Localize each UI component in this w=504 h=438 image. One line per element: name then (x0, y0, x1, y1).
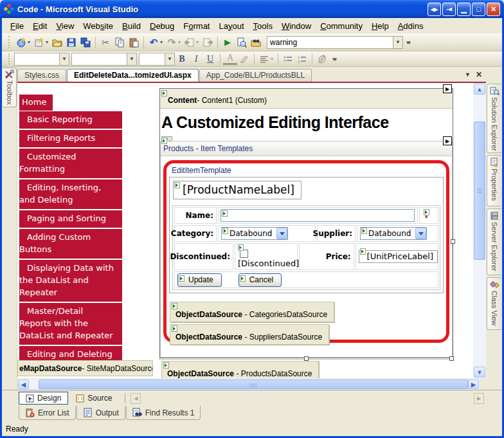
toolbar-overflow-chevron[interactable]: ▾▾ (406, 39, 410, 46)
menu-item-community[interactable]: Community (316, 19, 367, 33)
tab-class-view[interactable]: Class View (487, 277, 501, 330)
toolbar-grip[interactable] (8, 53, 10, 64)
scroll-left-button[interactable]: ◀ (18, 379, 29, 389)
sidebar-item-basic-reporting[interactable]: Basic Reporting (19, 111, 122, 130)
products-smart-tag-button[interactable]: ▶ (443, 136, 452, 145)
redo-icon[interactable]: ↷ (165, 36, 178, 49)
menu-item-tools[interactable]: Tools (249, 19, 277, 33)
tab-source[interactable]: Source (69, 392, 118, 405)
sidebar-item-customized-formatting[interactable]: Customized Formatting (19, 149, 122, 179)
font-name-combobox[interactable]: ▼ (14, 53, 69, 66)
menu-item-view[interactable]: View (51, 19, 78, 33)
menu-item-help[interactable]: Help (367, 19, 393, 33)
tab-design[interactable]: Design (19, 392, 68, 405)
supplier-dropdown[interactable]: Databound (360, 227, 427, 240)
products-header[interactable]: Products - Item Templates (161, 141, 452, 156)
content-control-header[interactable]: Content - Content1 (Custom) (160, 89, 453, 109)
pan-arrows-button[interactable]: ◂▸ (428, 3, 441, 16)
cut-icon[interactable]: ✂ (99, 36, 112, 49)
update-button[interactable]: Update (177, 273, 222, 287)
product-name-label[interactable]: [ProductNameLabel] (173, 181, 302, 199)
selection-handle[interactable] (304, 356, 309, 361)
tab-styles-css[interactable]: Styles.css (17, 69, 66, 82)
bold-button[interactable]: B (175, 54, 189, 64)
sidebar-item-paging-and-sorting[interactable]: Paging and Sorting (19, 210, 122, 229)
tab-properties[interactable]: Properties (487, 155, 501, 206)
menu-item-file[interactable]: File (6, 19, 28, 33)
highlight-button[interactable] (238, 53, 251, 66)
tab-scroll-left-button[interactable]: ◀ (130, 393, 141, 404)
navigate-backward-icon[interactable] (183, 36, 196, 49)
menu-item-build[interactable]: Build (118, 19, 145, 33)
content-smart-tag-button[interactable]: ▶ (443, 84, 452, 93)
open-file-icon[interactable] (51, 36, 64, 49)
italic-button[interactable]: I (189, 54, 203, 64)
find-input[interactable] (267, 38, 393, 47)
horizontal-scroll-thumb[interactable]: |||| (39, 379, 468, 389)
vertical-scroll-thumb[interactable]: ||| (474, 122, 485, 260)
alignment-button[interactable] (258, 53, 271, 66)
categories-datasource-control[interactable]: ObjectDataSource - CategoriesDataSource (170, 302, 334, 322)
start-debugging-icon[interactable]: ▶ (221, 36, 234, 49)
scroll-right-button[interactable]: ▶ (468, 379, 479, 389)
close-document-button[interactable]: ✕ (476, 70, 482, 79)
close-button[interactable]: ✕ (487, 3, 500, 16)
style-input[interactable] (140, 55, 165, 64)
undo-icon[interactable]: ↶ (147, 36, 160, 49)
horizontal-scrollbar[interactable]: ◀ |||| ▶ (17, 379, 480, 390)
redo-dropdown[interactable]: ▾ (178, 39, 181, 45)
sidebar-item-home[interactable]: Home (19, 95, 53, 111)
menu-item-edit[interactable]: Edit (28, 19, 51, 33)
toolbox-tab[interactable]: Toolbox (3, 68, 17, 107)
sitemapdatasource-control[interactable]: eMapDataSource - SiteMapDataSource1 (17, 360, 153, 376)
tab-find-results[interactable]: Find Results 1 (126, 406, 201, 420)
sidebar-item-displaying-data-with-the-datalist-and-repeater[interactable]: Displaying Data with the DataList and Re… (19, 260, 122, 303)
hyperlink-button[interactable] (316, 53, 328, 66)
font-size-combobox[interactable]: ▼ (71, 53, 137, 66)
add-new-item-icon[interactable] (33, 36, 46, 49)
save-all-icon[interactable] (79, 36, 92, 49)
tab-scroll-right-button[interactable]: ▶ (474, 393, 484, 404)
copy-icon[interactable] (113, 36, 126, 49)
add-new-item-dropdown[interactable]: ▾ (46, 39, 48, 45)
scroll-up-button[interactable]: ▲ (474, 84, 485, 95)
menu-item-window[interactable]: Window (277, 19, 316, 33)
chevron-down-icon[interactable] (415, 228, 426, 239)
sidebar-item-editing-inserting-and-deleting[interactable]: Editing, Inserting, and Deleting (19, 179, 122, 210)
find-in-files-icon[interactable] (249, 36, 262, 49)
new-website-dropdown[interactable]: ▾ (28, 39, 30, 45)
tab-editdeletedata-aspx[interactable]: EditDeleteData...tomizedUI.aspx (67, 69, 199, 82)
numbered-list-button[interactable]: 12 (296, 53, 309, 66)
sidebar-item-master-detail-reports-with-the-datalist-and-repeater[interactable]: Master/Detail Reports with the DataList … (19, 303, 122, 346)
sidebar-item-adding-custom-buttons[interactable]: Adding Custom Buttons (19, 229, 122, 260)
font-color-button[interactable]: A (223, 53, 237, 65)
paste-icon[interactable] (127, 36, 140, 49)
toolbar-overflow-chevron[interactable]: ▾▾ (332, 56, 336, 62)
find-combo-dropdown[interactable]: ▼ (393, 37, 402, 48)
tab-error-list[interactable]: Error List (19, 406, 76, 420)
product-name-textbox[interactable] (221, 209, 415, 222)
chevron-down-icon[interactable] (276, 228, 287, 239)
view-in-browser-icon[interactable] (235, 36, 248, 49)
selection-handle[interactable] (449, 356, 454, 361)
vertical-scrollbar[interactable]: ▲ ||| ▼ (473, 83, 486, 378)
detach-window-button[interactable]: ⇥ (442, 3, 456, 16)
products-datasource-control[interactable]: ObjectDataSource - ProductsDataSource (161, 361, 319, 378)
menu-item-addins[interactable]: Addins (393, 19, 428, 33)
tab-server-explorer[interactable]: Server Explorer (487, 208, 501, 275)
tab-solution-explorer[interactable]: Solution Explorer (487, 84, 501, 153)
undo-dropdown[interactable]: ▾ (160, 39, 163, 45)
bullet-list-button[interactable] (282, 53, 294, 66)
font-name-input[interactable] (15, 55, 59, 64)
title-bar[interactable]: Code - Microsoft Visual Studio ◂▸ ⇥ ▁ □ … (0, 0, 504, 18)
scroll-down-button[interactable]: ▼ (474, 367, 485, 378)
cancel-button[interactable]: Cancel (239, 273, 282, 287)
menu-item-debug[interactable]: Debug (145, 19, 179, 33)
style-combobox[interactable]: ▼ (139, 53, 175, 66)
active-files-dropdown[interactable]: ▼ (465, 71, 471, 78)
maximize-button[interactable]: □ (472, 3, 485, 16)
sidebar-item-filtering-reports[interactable]: Filtering Reports (19, 130, 122, 149)
unit-price-label[interactable]: [UnitPriceLabel] (359, 250, 438, 263)
underline-button[interactable]: U (203, 54, 217, 64)
new-website-icon[interactable] (15, 36, 28, 49)
